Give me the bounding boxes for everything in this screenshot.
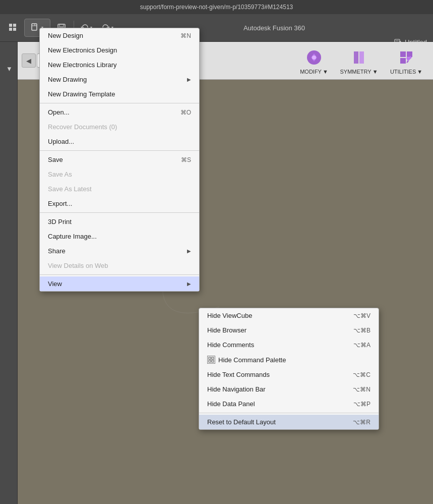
hide-comments-shortcut: ⌥⌘A — [353, 342, 370, 349]
menu-separator-2 — [40, 150, 199, 151]
svg-point-16 — [312, 55, 316, 60]
menu-separator-4 — [40, 274, 199, 275]
utilities-group[interactable]: UTILITIES ▼ — [384, 46, 429, 75]
svg-rect-20 — [400, 51, 406, 57]
menu-item-new-design[interactable]: New Design ⌘N — [40, 28, 199, 43]
svg-rect-22 — [400, 58, 406, 64]
reset-to-default-layout-label: Reset to Default Layout — [207, 418, 276, 426]
submenu-item-hide-comments[interactable]: Hide Comments ⌥⌘A — [199, 338, 379, 352]
open-label: Open... — [48, 108, 70, 116]
new-electronics-design-label: New Electronics Design — [48, 46, 117, 54]
symmetry-label: SYMMETRY ▼ — [340, 69, 378, 75]
symmetry-group[interactable]: SYMMETRY ▼ — [336, 46, 382, 75]
utilities-icon — [395, 46, 417, 69]
svg-rect-24 — [212, 357, 214, 359]
reset-to-default-layout-shortcut: ⌥⌘R — [353, 419, 370, 426]
hide-viewcube-shortcut: ⌥⌘V — [353, 312, 370, 319]
view-label: View — [48, 280, 62, 288]
submenu-item-hide-viewcube[interactable]: Hide ViewCube ⌥⌘V — [199, 308, 379, 323]
hide-viewcube-label: Hide ViewCube — [207, 312, 252, 319]
new-electronics-library-label: New Electronics Library — [48, 61, 117, 69]
open-shortcut: ⌘O — [180, 109, 191, 116]
export-label: Export... — [48, 200, 72, 207]
capture-image-label: Capture Image... — [48, 233, 97, 240]
hide-browser-shortcut: ⌥⌘B — [353, 327, 370, 334]
utilities-label: UTILITIES ▼ — [390, 69, 422, 75]
svg-rect-23 — [209, 357, 211, 359]
menu-item-view-details-on-web: View Details on Web — [40, 258, 199, 273]
url-text: support/form-preview-not-given/m-p/10359… — [140, 4, 293, 11]
url-bar: support/form-preview-not-given/m-p/10359… — [0, 0, 433, 14]
panel-back-button[interactable]: ◀ — [22, 53, 36, 68]
menu-item-recover-documents: Recover Documents (0) — [40, 120, 199, 134]
menu-item-save-as: Save As — [40, 167, 199, 182]
hide-text-commands-label: Hide Text Commands — [207, 371, 270, 378]
hide-browser-label: Hide Browser — [207, 326, 246, 334]
hide-comments-label: Hide Comments — [207, 341, 254, 349]
menu-item-new-drawing-template[interactable]: New Drawing Template — [40, 87, 199, 101]
save-as-label: Save As — [48, 171, 72, 178]
new-drawing-template-label: New Drawing Template — [48, 90, 115, 98]
3d-print-label: 3D Print — [48, 218, 72, 226]
menu-item-new-electronics-design[interactable]: New Electronics Design — [40, 43, 199, 58]
menu-item-save-as-latest: Save As Latest — [40, 182, 199, 196]
menu-item-open[interactable]: Open... ⌘O — [40, 105, 199, 120]
submenu-item-hide-text-commands[interactable]: Hide Text Commands ⌥⌘C — [199, 367, 379, 382]
recover-documents-label: Recover Documents (0) — [48, 123, 117, 131]
grid-icon[interactable] — [4, 19, 22, 37]
left-panel: ◀ — [0, 42, 18, 504]
menu-item-3d-print[interactable]: 3D Print — [40, 214, 199, 229]
svg-rect-1 — [13, 24, 16, 27]
menu-item-save[interactable]: Save ⌘S — [40, 152, 199, 167]
svg-rect-21 — [407, 51, 412, 57]
submenu-item-hide-browser[interactable]: Hide Browser ⌥⌘B — [199, 323, 379, 338]
submenu-separator — [199, 413, 379, 413]
modify-label: MODIFY ▼ — [300, 69, 328, 75]
view-submenu: Hide ViewCube ⌥⌘V Hide Browser ⌥⌘B Hide … — [199, 308, 379, 430]
menu-item-export[interactable]: Export... — [40, 196, 199, 211]
save-shortcut: ⌘S — [181, 156, 191, 163]
submenu-item-hide-navigation-bar[interactable]: Hide Navigation Bar ⌥⌘N — [199, 382, 379, 397]
menu-separator-3 — [40, 212, 199, 213]
svg-rect-25 — [209, 360, 211, 362]
submenu-item-reset-to-default-layout[interactable]: Reset to Default Layout ⌥⌘R — [199, 415, 379, 429]
svg-rect-17 — [354, 51, 358, 64]
hide-navigation-bar-shortcut: ⌥⌘N — [353, 386, 370, 393]
hide-text-commands-shortcut: ⌥⌘C — [353, 371, 370, 378]
svg-rect-3 — [13, 28, 16, 31]
svg-rect-4 — [32, 24, 37, 30]
hide-command-palette-icon — [207, 356, 215, 364]
svg-rect-0 — [9, 24, 12, 27]
submenu-item-hide-data-panel[interactable]: Hide Data Panel ⌥⌘P — [199, 397, 379, 411]
hide-data-panel-shortcut: ⌥⌘P — [353, 401, 370, 408]
hide-navigation-bar-label: Hide Navigation Bar — [207, 385, 266, 393]
new-drawing-label: New Drawing — [48, 76, 87, 83]
modify-icon — [303, 46, 325, 69]
submenu-item-hide-command-palette[interactable]: Hide Command Palette — [199, 352, 379, 367]
modify-group[interactable]: MODIFY ▼ — [294, 46, 334, 75]
menu-item-upload[interactable]: Upload... — [40, 134, 199, 149]
panel-collapse-button[interactable]: ◀ — [6, 67, 12, 71]
upload-label: Upload... — [48, 138, 74, 145]
menu-item-new-drawing[interactable]: New Drawing ▶ — [40, 72, 199, 87]
svg-rect-18 — [359, 51, 364, 64]
view-details-on-web-label: View Details on Web — [48, 262, 108, 269]
save-as-latest-label: Save As Latest — [48, 185, 92, 193]
file-dropdown-menu: New Design ⌘N New Electronics Design New… — [39, 28, 200, 292]
save-label: Save — [48, 156, 63, 163]
share-arrow: ▶ — [187, 248, 191, 254]
menu-item-capture-image[interactable]: Capture Image... — [40, 229, 199, 244]
new-design-shortcut: ⌘N — [180, 32, 191, 39]
menu-item-view[interactable]: View ▶ — [40, 276, 199, 291]
svg-rect-2 — [9, 28, 12, 31]
hide-data-panel-label: Hide Data Panel — [207, 400, 255, 408]
view-arrow: ▶ — [187, 281, 191, 287]
share-label: Share — [48, 247, 66, 255]
hide-command-palette-label: Hide Command Palette — [218, 356, 286, 364]
new-drawing-arrow: ▶ — [187, 77, 191, 82]
menu-separator-1 — [40, 103, 199, 103]
new-design-label: New Design — [48, 32, 83, 39]
menu-item-share[interactable]: Share ▶ — [40, 244, 199, 258]
symmetry-icon — [348, 46, 370, 69]
menu-item-new-electronics-library[interactable]: New Electronics Library — [40, 58, 199, 72]
